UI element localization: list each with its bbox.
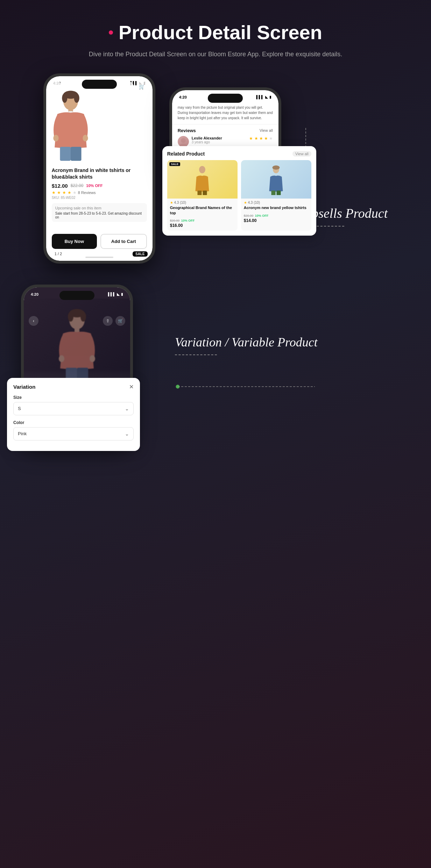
related-discount-2: 10% OFF [255, 214, 269, 217]
related-view-all[interactable]: View all [292, 151, 311, 157]
price-discount: 10% OFF [86, 184, 103, 188]
svg-point-6 [53, 135, 58, 141]
stars-row: ★ ★ ★ ★ ★ 8 Reviews [52, 190, 147, 195]
svg-point-24 [80, 312, 86, 322]
related-product-1-details: ★ 4.3 (10) Geographical Brand Names of t… [167, 199, 238, 231]
sale-notice-text: Sale start from 28-5-23 to 5-6-23. Get a… [55, 211, 143, 219]
r-star2: ★ [254, 136, 258, 141]
svg-rect-9 [71, 147, 82, 161]
svg-rect-18 [277, 191, 281, 195]
variation-underline [175, 354, 217, 355]
star1: ★ [52, 190, 56, 195]
phone2-wifi-icon: ◣ [265, 95, 268, 99]
reviewer-time: 3 years ago [192, 140, 222, 144]
reviewer-info: Leslie Alexander 3 years ago [192, 136, 222, 144]
related-product-2-details: ★ 4.3 (10) Acronym new brand yellow tshi… [241, 199, 311, 225]
reviews-header: Reviews View all [178, 128, 273, 133]
svg-point-16 [273, 166, 280, 170]
sale-notice-title: Upcoming sale on this item [55, 206, 143, 210]
svg-rect-25 [75, 328, 79, 332]
related-product-2-image [241, 160, 311, 199]
related-product-2[interactable]: ★ 4.3 (10) Acronym new brand yellow tshi… [241, 160, 311, 231]
action-icons: ⇧ 🛒 [122, 81, 148, 92]
phone1-screen: 4:20 ▌▌▌ ◣ ▮ ‹ ⇧ 🛒 [46, 76, 153, 261]
phone-notch [82, 80, 117, 89]
variation-label: Variation / Variable Product [175, 333, 410, 351]
star3: ★ [62, 190, 66, 195]
related-product-1[interactable]: SALE ★ 4.3 (10) Geographic [167, 160, 238, 231]
bottom-section: 4:20 ▌▌▌ ◣ ▮ ‹ ⇧ 🛒 [0, 264, 431, 465]
phone3-cart-icon[interactable]: 🛒 [115, 316, 125, 326]
modal-close-icon[interactable]: ✕ [129, 383, 134, 390]
r-star3: ★ [259, 136, 263, 141]
reviews-count: 8 Reviews [78, 191, 96, 195]
r-star4: ★ [264, 136, 268, 141]
related-product-1-image: SALE [167, 160, 238, 199]
share-icon[interactable]: ⇧ [122, 81, 134, 92]
phone2-wrapper: 4:20 ▌▌▌ ◣ ▮ may vary from the picture b… [169, 87, 281, 264]
product-person-image [46, 87, 95, 161]
color-dropdown[interactable]: Pink ⌄ [13, 427, 134, 440]
svg-point-2 [62, 93, 67, 103]
color-label: Color [13, 420, 134, 425]
page-header: Product Detail Screen Dive into the Prod… [0, 0, 431, 73]
sku: SKU: 85-WE02 [52, 196, 147, 200]
product-image-area: ‹ ⇧ 🛒 [46, 87, 153, 162]
action-buttons: Buy Now Add to Cart [46, 230, 153, 254]
size-dropdown[interactable]: S ⌄ [13, 402, 134, 415]
product-name: Acronym Brand in white tshirts or blue&b… [52, 167, 147, 181]
page-title: Product Detail Screen [119, 21, 322, 44]
phone2-notch [208, 94, 243, 103]
svg-point-10 [181, 138, 186, 143]
product-info: Acronym Brand in white tshirts or blue&b… [46, 162, 153, 230]
svg-point-3 [74, 93, 79, 103]
sale-badge: SALE [133, 251, 148, 257]
back-button[interactable]: ‹ [51, 81, 62, 92]
related-header: Related Product View all [167, 151, 311, 157]
related-product-1-rating: 4.3 (10) [174, 201, 186, 205]
svg-point-7 [83, 135, 88, 141]
phone2-battery-icon: ▮ [269, 95, 271, 99]
phone3-status-time: 4:20 [31, 292, 38, 296]
reviewer-avatar [178, 136, 189, 147]
phone2-status-icons: ▌▌▌ ◣ ▮ [256, 95, 271, 99]
star4: ★ [68, 190, 71, 195]
reviewer-stars: ★ ★ ★ ★ ★ [249, 136, 273, 144]
variation-modal: Variation ✕ Size S ⌄ Color Pink ⌄ [7, 378, 140, 451]
color-dropdown-arrow: ⌄ [125, 431, 129, 437]
related-old-price-1: $20.00 [170, 219, 180, 222]
svg-point-23 [68, 312, 73, 322]
svg-point-26 [59, 355, 64, 362]
svg-rect-8 [60, 147, 71, 161]
related-current-price-2: $14.00 [244, 218, 309, 223]
phone3-share-icon[interactable]: ⇧ [103, 316, 113, 326]
phone3-status-icons: ▌▌▌ ◣ ▮ [108, 292, 123, 296]
svg-rect-13 [198, 191, 202, 195]
related-product-2-rating: 4.3 (10) [248, 201, 260, 205]
add-to-cart-button[interactable]: Add to Cart [100, 234, 147, 249]
related-title: Related Product [167, 151, 205, 157]
star2: ★ [57, 190, 61, 195]
cart-icon[interactable]: 🛒 [136, 81, 148, 92]
reviews-view-all[interactable]: View all [260, 128, 273, 132]
related-person-2-svg [266, 164, 287, 195]
accent-dot [109, 30, 113, 35]
buy-now-button[interactable]: Buy Now [52, 234, 97, 249]
phone3-notch [59, 291, 94, 300]
price-original: $22.00 [71, 183, 84, 188]
phones-row: 4:20 ▌▌▌ ◣ ▮ ‹ ⇧ 🛒 [0, 73, 431, 264]
related-product-2-name: Acronym new brand yellow tshirts [244, 205, 309, 210]
price-row: $12.00 $22.00 10% OFF [52, 183, 147, 189]
phone3-back-button[interactable]: ‹ [29, 316, 38, 326]
home-bar [85, 257, 113, 258]
related-price-row-2: $20.00 10% OFF $14.00 [244, 212, 309, 223]
related-products-grid: SALE ★ 4.3 (10) Geographic [167, 160, 311, 231]
page-subtitle: Dive into the Product Detail Screen on o… [14, 49, 417, 59]
phone3-person-svg [52, 306, 101, 382]
related-price-row-1: $20.00 10% OFF $16.00 [170, 217, 235, 228]
phone3-battery-icon: ▮ [121, 292, 123, 296]
phone3-signal-icon: ▌▌▌ [108, 292, 115, 296]
related-rating-2: ★ 4.3 (10) [244, 201, 309, 205]
rp-star: ★ [170, 201, 173, 205]
related-product-popup: Related Product View all SALE [162, 146, 316, 236]
